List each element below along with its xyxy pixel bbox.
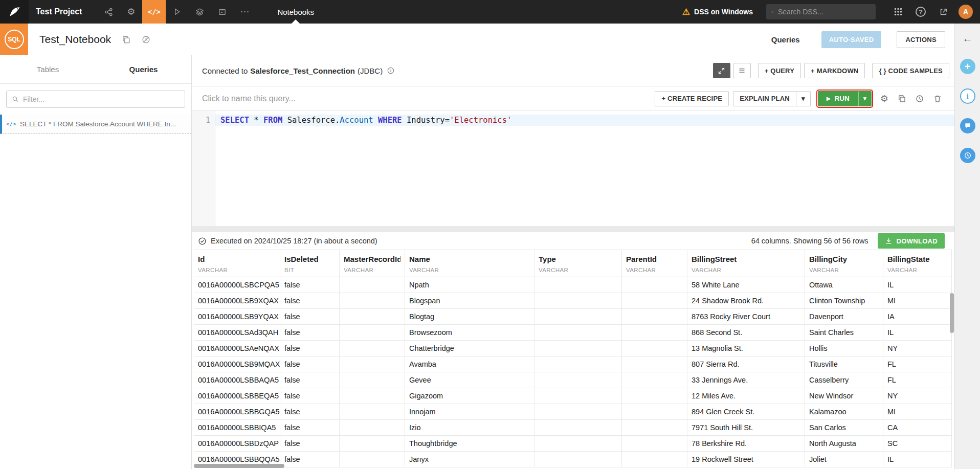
table-cell: Casselberry [805, 372, 883, 388]
actions-button[interactable]: ACTIONS [897, 31, 945, 48]
vertical-scrollbar-thumb[interactable] [950, 293, 954, 333]
search-input[interactable] [778, 8, 871, 16]
create-recipe-button[interactable]: + CREATE RECIPE [655, 91, 729, 106]
run-label: RUN [835, 95, 850, 102]
query-settings-gear-icon[interactable]: ⚙ [880, 93, 888, 104]
notebook-title[interactable]: Test_Notebook [39, 33, 111, 46]
table-cell: Innojam [405, 404, 534, 419]
add-query-button[interactable]: + QUERY [758, 63, 801, 78]
explain-plan-split-button: EXPLAIN PLAN ▾ [733, 91, 811, 106]
sidebar-tabs: Tables Queries [0, 55, 191, 84]
discussions-icon[interactable] [960, 118, 975, 133]
jobs-layers-icon[interactable] [188, 0, 211, 24]
table-cell: Clinton Township [805, 293, 883, 308]
run-caret-button[interactable]: ▾ [858, 91, 872, 106]
notebook-header-right: Queries AUTO-SAVED ACTIONS [771, 31, 954, 48]
connection-info-icon[interactable] [387, 66, 395, 75]
column-header-masterrecordid[interactable]: MasterRecordIdVARCHAR [340, 250, 405, 277]
list-view-button[interactable] [733, 63, 751, 78]
column-header-billingstreet[interactable]: BillingStreetVARCHAR [687, 250, 805, 277]
column-header-name[interactable]: NameVARCHAR [405, 250, 534, 277]
table-cell [534, 277, 622, 293]
dashboard-icon[interactable] [211, 0, 233, 24]
sidebar-tab-tables[interactable]: Tables [0, 55, 96, 83]
table-row[interactable]: 0016A00000LSBBEQA5falseGigazoom12 Miles … [194, 388, 952, 404]
line-number: 1 [192, 116, 210, 125]
column-header-type[interactable]: TypeVARCHAR [534, 250, 622, 277]
column-header-billingcity[interactable]: BillingCityVARCHAR [805, 250, 883, 277]
tab-queries[interactable]: Queries [771, 35, 800, 44]
table-cell: 0016A00000LSB9MQAX [194, 356, 280, 372]
query-history-icon[interactable] [915, 94, 924, 103]
autosaved-status-button[interactable]: AUTO-SAVED [821, 31, 882, 48]
code-token: Salesforce [282, 116, 335, 125]
delete-query-icon[interactable] [933, 94, 942, 103]
column-type: VARCHAR [887, 267, 947, 273]
table-row[interactable]: 0016A00000LSAd3QAHfalseBrowsezoom868 Sec… [194, 325, 952, 341]
project-title[interactable]: Test Project [36, 7, 82, 16]
user-avatar[interactable]: A [959, 5, 973, 19]
filter-input[interactable] [23, 95, 180, 103]
explain-plan-button[interactable]: EXPLAIN PLAN [733, 91, 796, 106]
code-line-content[interactable]: SELECT * FROM Salesforce.Account WHERE I… [215, 115, 954, 126]
external-link-icon[interactable] [932, 0, 954, 24]
table-row[interactable]: 0016A00000LSB9MQAXfalseAvamba807 Sierra … [194, 356, 952, 372]
column-header-billingstate[interactable]: BillingStateVARCHAR [883, 250, 952, 277]
query-name-placeholder[interactable]: Click to name this query... [202, 94, 296, 103]
table-row[interactable]: 0016A00000LSB9YQAXfalseBlogtag8763 Rocky… [194, 309, 952, 325]
code-token: . [335, 116, 340, 125]
column-name: BillingState [887, 255, 947, 263]
gear-icon[interactable]: ⚙ [120, 0, 142, 24]
table-row[interactable]: 0016A00000LSAeNQAXfalseChatterbridge13 M… [194, 341, 952, 356]
sidebar-query-item[interactable]: </> SELECT * FROM Salesforce.Account WHE… [0, 115, 191, 134]
table-cell: New Windsor [805, 388, 883, 404]
info-panel-icon[interactable]: i [960, 88, 975, 104]
run-button[interactable]: ▶ RUN [818, 91, 858, 106]
history-disabled-icon[interactable] [141, 35, 151, 44]
section-notebooks[interactable]: Notebooks [277, 0, 314, 24]
column-type: VARCHAR [539, 267, 617, 273]
code-token: = [445, 116, 450, 125]
sidebar-tab-queries[interactable]: Queries [96, 55, 191, 83]
download-button[interactable]: DOWNLOAD [878, 233, 945, 249]
column-header-isdeleted[interactable]: IsDeletedBIT [280, 250, 340, 277]
copy-query-icon[interactable] [897, 94, 906, 103]
table-row[interactable]: 0016A00000LSBBQQA5falseJanyx19 Rockwell … [194, 452, 952, 467]
notebooks-code-icon[interactable]: </> [142, 0, 166, 24]
expand-editor-button[interactable] [713, 63, 730, 78]
flow-play-icon[interactable] [166, 0, 188, 24]
editor-code-area[interactable]: SELECT * FROM Salesforce.Account WHERE I… [215, 111, 954, 226]
code-samples-button[interactable]: { } CODE SAMPLES [872, 63, 949, 78]
horizontal-scrollbar-thumb[interactable] [194, 464, 284, 468]
apps-grid-icon[interactable] [887, 0, 909, 24]
share-icon[interactable] [97, 0, 120, 24]
column-header-parentid[interactable]: ParentIdVARCHAR [622, 250, 687, 277]
copy-notebook-icon[interactable] [121, 35, 131, 44]
help-icon[interactable]: ? [909, 0, 932, 24]
notebook-main: Connected to Salesforce_Test_Connection … [192, 55, 954, 469]
table-row[interactable]: 0016A00000LSBCPQA5falseNpath58 White Lan… [194, 277, 952, 293]
sql-code-editor[interactable]: 1 SELECT * FROM Salesforce.Account WHERE… [192, 110, 954, 226]
table-cell: false [280, 372, 340, 388]
table-cell: Izio [405, 420, 534, 435]
collapse-panel-arrow-icon[interactable]: ← [963, 33, 973, 44]
table-row[interactable]: 0016A00000LSBBAQA5falseGevee33 Jennings … [194, 372, 952, 388]
table-row[interactable]: 0016A00000LSBBIQA5falseIzio7971 South Hi… [194, 420, 952, 436]
add-panel-icon[interactable]: + [960, 59, 975, 74]
code-token: * [249, 116, 263, 125]
dataiku-logo[interactable] [0, 0, 29, 24]
table-row[interactable]: 0016A00000LSBBGQA5falseInnojam894 Glen C… [194, 404, 952, 420]
table-row[interactable]: 0016A00000LSB9XQAXfalseBlogspan24 Shadow… [194, 293, 952, 309]
timeline-clock-icon[interactable] [960, 148, 975, 163]
column-header-id[interactable]: IdVARCHAR [194, 250, 280, 277]
table-row[interactable]: 0016A00000LSBDzQAPfalseThoughtbridge78 B… [194, 436, 952, 452]
table-cell [340, 420, 405, 435]
more-menu-icon[interactable]: ⋯ [233, 0, 256, 24]
table-cell [534, 404, 622, 419]
table-cell: 0016A00000LSBCPQA5 [194, 277, 280, 293]
filter-box [6, 91, 185, 108]
explain-plan-caret-button[interactable]: ▾ [796, 91, 811, 106]
dss-warning-banner[interactable]: ⚠ DSS on Windows [682, 7, 753, 17]
add-markdown-button[interactable]: + MARKDOWN [804, 63, 865, 78]
table-cell [534, 341, 622, 356]
